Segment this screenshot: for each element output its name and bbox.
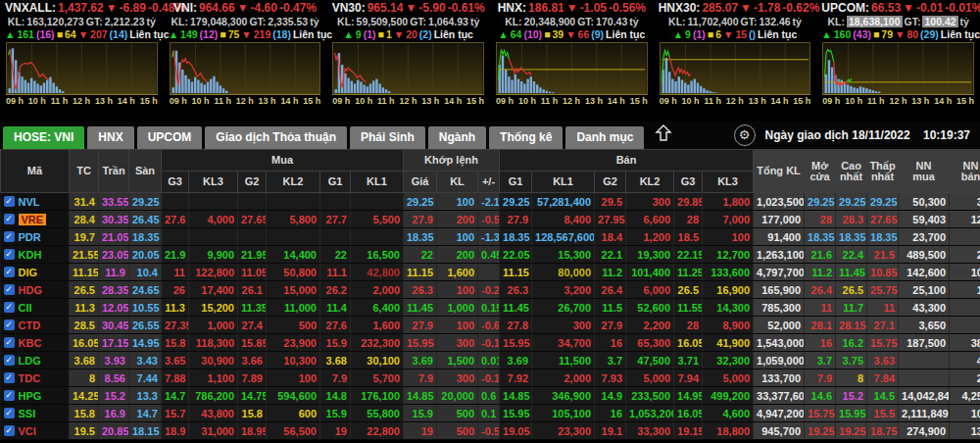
ticker-symbol[interactable]: KDH bbox=[19, 249, 42, 261]
ticker-symbol[interactable]: HDG bbox=[19, 284, 42, 296]
trading-date: Ngày giao dịch 18/11/2022 10:19:37 bbox=[765, 128, 971, 142]
cell-san: 13.3 bbox=[129, 387, 162, 405]
down-triangle-icon: ▼ bbox=[241, 28, 251, 40]
row-checkbox[interactable]: ✓ bbox=[4, 302, 15, 313]
collapse-arrow-icon[interactable] bbox=[653, 123, 674, 147]
row-checkbox[interactable]: ✓ bbox=[4, 355, 15, 366]
index-panel-vni[interactable]: VNI:964.66▼-4.60-0.47%KL:179,048,300GT:2… bbox=[164, 0, 327, 122]
ticker-cell[interactable]: ✓HPG bbox=[1, 387, 70, 405]
ceiling-count: (1) bbox=[364, 28, 376, 40]
row-checkbox[interactable]: ✓ bbox=[4, 390, 15, 401]
cell-nn-mua: 25,100 bbox=[899, 281, 950, 299]
ticker-cell[interactable]: ✓CTD bbox=[1, 317, 70, 334]
index-panel-upcom[interactable]: UPCOM:66.53▼-0.01-0.01%KL:18,638,100GT:1… bbox=[816, 0, 980, 122]
ticker-symbol[interactable]: SSI bbox=[19, 408, 36, 419]
cell-khop-kl: 1,600 bbox=[437, 264, 478, 281]
cell-mua-g1 bbox=[320, 228, 351, 246]
row-checkbox[interactable]: ✓ bbox=[4, 425, 15, 436]
cell-mua-kl1: 176,100 bbox=[351, 387, 404, 405]
ticker-symbol[interactable]: LDG bbox=[19, 355, 41, 367]
settings-gear-icon[interactable]: ⚙ bbox=[734, 124, 756, 146]
cell-mua-kl2: 23,900 bbox=[267, 334, 320, 352]
reference-square-icon: ■ bbox=[220, 28, 225, 40]
gt-value: 2,212.23 bbox=[105, 16, 145, 27]
cell-tc: 8 bbox=[70, 369, 99, 387]
decliners-count: 80 bbox=[906, 28, 918, 40]
row-checkbox[interactable]: ✓ bbox=[4, 320, 15, 330]
ceiling-count: (16) bbox=[36, 28, 55, 40]
ticker-cell[interactable]: ✓VRE bbox=[1, 211, 70, 228]
row-checkbox[interactable]: ✓ bbox=[4, 231, 15, 242]
ticker-symbol[interactable]: CTD bbox=[19, 320, 41, 331]
row-checkbox[interactable]: ✓ bbox=[4, 249, 15, 260]
tab-th-ng-k-[interactable]: Thống kê bbox=[489, 126, 563, 149]
cell-ban-g1: 27.8 bbox=[500, 317, 532, 334]
row-checkbox[interactable]: ✓ bbox=[4, 214, 15, 224]
ticker-cell[interactable]: ✓DIG bbox=[1, 264, 70, 281]
cell-ban-kl3: 4,600 bbox=[703, 405, 754, 422]
ticker-cell[interactable]: ✓PDR bbox=[1, 228, 70, 246]
session-state-label: Liên tục bbox=[758, 28, 797, 40]
index-value: 964.66 bbox=[199, 1, 235, 15]
ticker-symbol[interactable]: NVL bbox=[19, 196, 40, 208]
cell-mua-g3: 11.3 bbox=[162, 299, 189, 317]
cell-ban-kl1: 2,000 bbox=[532, 369, 595, 387]
ticker-symbol[interactable]: TDC bbox=[19, 372, 41, 384]
ticker-symbol[interactable]: KBC bbox=[19, 337, 42, 349]
tab-upcom[interactable]: UPCOM bbox=[137, 126, 203, 149]
tab-hnx[interactable]: HNX bbox=[87, 126, 133, 149]
ticker-symbol[interactable]: VCI bbox=[19, 425, 36, 437]
ticker-symbol[interactable]: CII bbox=[19, 302, 32, 314]
tab-danh-m-c[interactable]: Danh mục bbox=[565, 126, 644, 149]
tab-hose-vni[interactable]: HOSE: VNI bbox=[3, 126, 84, 149]
cell-tran: 30.45 bbox=[99, 317, 129, 334]
index-change: -1.05 bbox=[580, 1, 607, 15]
index-change-pct: -0.01% bbox=[945, 1, 980, 15]
cell-tran: 3.93 bbox=[99, 352, 129, 369]
cell-mua-kl3: 118,300 bbox=[189, 334, 238, 352]
ticker-symbol[interactable]: PDR bbox=[19, 231, 41, 243]
row-checkbox[interactable]: ✓ bbox=[4, 408, 15, 418]
index-volume-line: KL:18,638,100GT:100.42tỷ bbox=[820, 16, 976, 27]
cell-khop-kl: 100 bbox=[437, 317, 478, 334]
index-panel-vnxall[interactable]: VNXALL:1,437.62▼-6.89-0.48%KL:163,120,27… bbox=[0, 0, 164, 122]
cell-nn-mua: 43,300 bbox=[899, 299, 950, 317]
ticker-symbol[interactable]: DIG bbox=[19, 267, 38, 278]
reference-square-icon: ■ bbox=[873, 28, 879, 40]
index-panel-vn30[interactable]: VN30:965.14▼-5.90-0.61%KL:59,509,500GT:1… bbox=[326, 0, 490, 122]
decliners-count: 207 bbox=[90, 28, 108, 40]
cell-khop-chg: 0.01 bbox=[478, 352, 500, 369]
tab-ph-i-sinh[interactable]: Phái Sinh bbox=[350, 126, 425, 149]
ticker-cell[interactable]: ✓VCI bbox=[1, 422, 70, 440]
ticker-cell[interactable]: ✓HDG bbox=[1, 281, 70, 299]
ticker-symbol[interactable]: VRE bbox=[19, 214, 47, 225]
row-checkbox[interactable]: ✓ bbox=[4, 267, 15, 277]
tab-giao-d-ch-th-a-thu-n[interactable]: Giao dịch Thỏa thuận bbox=[205, 126, 347, 149]
ticker-cell[interactable]: ✓TDC bbox=[1, 369, 70, 387]
cell-ban-kl3: 16,900 bbox=[703, 281, 754, 299]
row-checkbox[interactable]: ✓ bbox=[4, 196, 15, 207]
advancers-count: 64 bbox=[511, 28, 522, 40]
cell-tong-kl: 33,377,600 bbox=[754, 387, 805, 405]
index-panel-hnx[interactable]: HNX:186.81▼-1.05-0.56%KL:20,348,900GT:17… bbox=[490, 0, 654, 122]
table-row: ✓HPG14.2515.213.314.7786,20014.75594,600… bbox=[1, 387, 980, 405]
ticker-cell[interactable]: ✓LDG bbox=[1, 352, 70, 369]
tab-ng-nh[interactable]: Ngành bbox=[428, 126, 486, 149]
ticker-cell[interactable]: ✓CII bbox=[1, 299, 70, 317]
cell-ban-g1: 29.25 bbox=[500, 193, 532, 211]
ticker-cell[interactable]: ✓NVL bbox=[1, 193, 70, 211]
index-volume-line: KL:20,348,900GT:170.43tỷ bbox=[494, 16, 650, 27]
row-checkbox[interactable]: ✓ bbox=[4, 337, 15, 348]
row-checkbox[interactable]: ✓ bbox=[4, 372, 15, 383]
cell-thap-nhat: 15.75 bbox=[867, 334, 899, 352]
col-header: G3 bbox=[162, 172, 189, 193]
index-change-pct: -0.47% bbox=[279, 1, 317, 15]
down-arrow-icon: ▼ bbox=[566, 1, 578, 15]
ticker-cell[interactable]: ✓KDH bbox=[1, 246, 70, 264]
index-panel-hnx30[interactable]: HNX30:285.07▼-1.78-0.62%KL:11,702,400GT:… bbox=[654, 0, 817, 122]
ticker-symbol[interactable]: HPG bbox=[19, 390, 42, 402]
ticker-cell[interactable]: ✓SSI bbox=[1, 405, 70, 422]
chart-time-axis: 09 h10 h11 h12 h13 h14 h15 h bbox=[168, 95, 323, 107]
ticker-cell[interactable]: ✓KBC bbox=[1, 334, 70, 352]
row-checkbox[interactable]: ✓ bbox=[4, 284, 15, 295]
